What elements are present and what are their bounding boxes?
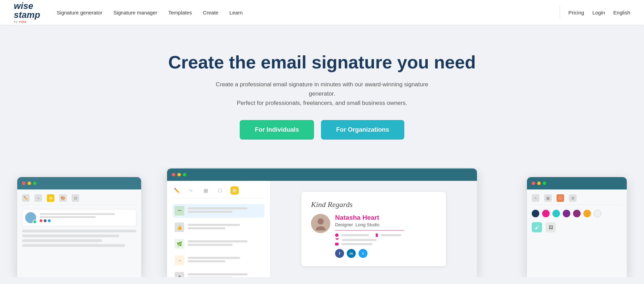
sig-regards: Kind Regards	[311, 200, 436, 209]
share-icon: ⤷	[532, 194, 539, 202]
signature-preview-panel: Kind Regards Natasha Heart	[270, 181, 477, 277]
image-tool[interactable]: 🖼	[546, 222, 556, 232]
sig-phone-row	[335, 233, 404, 237]
left-panel-icons: ✏️ ⤷ ⊞ 🎨 ⊟	[22, 194, 136, 205]
header-divider	[560, 6, 560, 19]
logo-text: wisestamp	[14, 1, 40, 20]
bar	[188, 240, 248, 242]
web-bar	[341, 243, 372, 245]
grid-icon: ⊞	[230, 186, 239, 195]
template-icon-5: ❝	[175, 272, 184, 277]
email-icon	[335, 238, 339, 241]
bar	[188, 244, 232, 246]
color-teal[interactable]	[552, 210, 560, 217]
nav-create[interactable]: Create	[203, 10, 218, 15]
nav-templates[interactable]: Templates	[168, 10, 192, 15]
template-item-2[interactable]: 👍	[173, 220, 264, 234]
paint-icon: ⬡	[216, 186, 224, 195]
bar	[188, 211, 232, 213]
nav-signature-generator[interactable]: Signature generator	[57, 10, 103, 15]
share-icon: ⤷	[187, 186, 195, 195]
phone-icon	[335, 233, 339, 237]
header-right: Pricing Login English	[560, 6, 630, 19]
hero-buttons: For Individuals For Organizations	[7, 120, 637, 140]
template-item-4[interactable]: →	[173, 253, 264, 267]
dot-green	[183, 173, 186, 176]
edit-icon: ✏️	[173, 186, 181, 195]
template-item-3[interactable]: 🌿	[173, 237, 264, 251]
dot-yellow	[177, 173, 181, 176]
sig-role: Designer Long Studio	[335, 222, 404, 227]
hero-subtext: Create a professional email signature in…	[215, 80, 429, 108]
bar	[188, 273, 248, 275]
dot3	[48, 219, 51, 222]
left-profile-bars	[40, 213, 133, 222]
template-bars-3	[188, 240, 262, 247]
main-window-titlebar	[167, 168, 477, 181]
template-bars-2	[188, 224, 262, 231]
template-item-1[interactable]: 〜	[173, 204, 264, 218]
ph-bar4	[22, 244, 125, 247]
ph-bar2	[22, 234, 119, 237]
brush-tool[interactable]: 🖌	[532, 222, 542, 232]
template-bars-1	[188, 207, 262, 214]
edit-icon: ✏️	[22, 194, 30, 202]
bar	[188, 257, 240, 259]
dot1	[40, 219, 42, 222]
dot-green	[33, 182, 37, 185]
logo[interactable]: wisestamp by vata	[14, 1, 40, 23]
dot-red	[532, 182, 535, 185]
sig-line	[335, 230, 404, 231]
facebook-icon[interactable]: f	[335, 249, 344, 258]
color-purple[interactable]	[563, 210, 570, 217]
sig-web-row	[335, 243, 404, 245]
mobile-icon	[376, 233, 378, 237]
sig-avatar	[311, 214, 330, 233]
grid-icon: ⊞	[569, 194, 577, 202]
color-white[interactable]	[594, 210, 601, 217]
color-pink[interactable]	[542, 210, 550, 217]
color-navy[interactable]	[532, 210, 539, 217]
layout-icon: ▦	[544, 194, 552, 202]
bar	[188, 260, 225, 262]
color-palette	[532, 210, 622, 217]
check-badge	[33, 220, 37, 224]
bar1	[40, 213, 115, 215]
left-avatar	[25, 212, 36, 223]
login-link[interactable]: Login	[592, 10, 605, 15]
panel-icons: ✏️ ⤷ ▦ ⬡ ⊞	[173, 186, 264, 198]
email-bar	[342, 239, 376, 241]
web-icon	[335, 243, 339, 245]
template-list: 〜 👍	[173, 204, 264, 277]
logo-tagline: by vata	[14, 20, 40, 23]
dot-yellow	[28, 182, 31, 185]
mobile-bar	[381, 234, 401, 236]
template-item-5[interactable]: ❝	[173, 270, 264, 277]
social-dots	[40, 219, 133, 222]
twitter-icon[interactable]: t	[359, 249, 367, 258]
share-icon: ⤷	[34, 194, 42, 202]
paint-icon: ⬡	[557, 194, 564, 202]
hero-heading: Create the email signature you need	[7, 52, 637, 73]
template-icon-3: 🌿	[175, 239, 184, 249]
language-selector[interactable]: English	[613, 10, 630, 15]
left-preview-window: ✏️ ⤷ ⊞ 🎨 ⊟	[17, 177, 141, 277]
nav-signature-manager[interactable]: Signature manager	[113, 10, 157, 15]
layout-icon: ⊞	[47, 194, 54, 202]
color-magenta[interactable]	[573, 210, 581, 217]
color-orange[interactable]	[583, 210, 591, 217]
linkedin-icon[interactable]: in	[347, 249, 356, 258]
hero-section: Create the email signature you need Crea…	[0, 25, 644, 160]
pricing-link[interactable]: Pricing	[568, 10, 584, 15]
right-window-titlebar	[527, 177, 627, 189]
nav-learn[interactable]: Learn	[229, 10, 242, 15]
dot-red	[172, 173, 175, 176]
grid-icon: ⊟	[72, 194, 79, 202]
dot2	[44, 219, 46, 222]
svg-point-1	[316, 226, 325, 230]
for-individuals-button[interactable]: For Individuals	[240, 120, 314, 140]
preview-section: ✏️ ⤷ ⊞ 🎨 ⊟	[0, 167, 644, 277]
right-panel-icons: ⤷ ▦ ⬡ ⊞	[532, 194, 622, 205]
template-icon-arrow: →	[175, 255, 184, 265]
for-organizations-button[interactable]: For Organizations	[321, 120, 404, 140]
